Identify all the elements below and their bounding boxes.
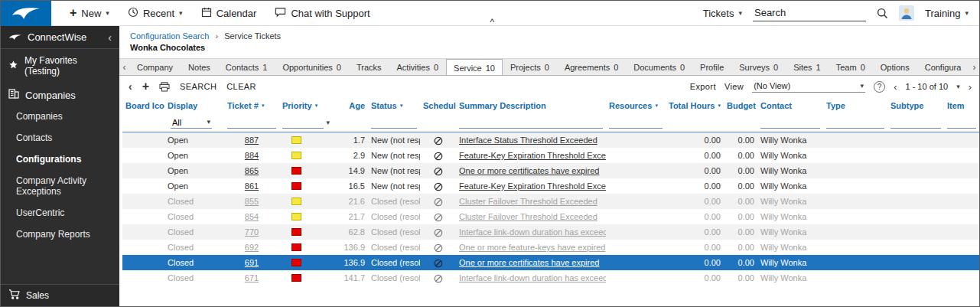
collapse-sidebar-icon[interactable]: ‹ [108,31,112,44]
global-search-input[interactable] [753,5,866,21]
sidebar-item-my-favorites[interactable]: My Favorites (Testing) [1,49,119,83]
column-header-age[interactable]: Age [333,101,368,110]
tab-surveys[interactable]: Surveys0 [731,59,786,75]
schedule-icon[interactable] [434,243,443,253]
tickets-menu-button[interactable]: Tickets ▾ [703,8,742,19]
tab-activities[interactable]: Activities0 [389,59,447,75]
sidebar-item-sales[interactable]: Sales [1,284,119,306]
schedule-icon[interactable] [434,274,443,283]
column-header-budget[interactable]: Budget [724,101,757,110]
schedule-icon[interactable] [434,182,443,191]
calendar-button[interactable]: Calendar [201,7,257,20]
schedule-icon[interactable] [434,213,443,222]
column-header-schedule[interactable]: Schedule▼ [420,101,456,110]
ticket-link[interactable]: 692 [245,243,259,252]
summary-link[interactable]: One or more certificates have expired [459,166,599,175]
sidebar-item-contacts[interactable]: Contacts [1,127,119,149]
ticket-link[interactable]: 884 [245,151,259,160]
export-button[interactable]: Export [690,82,716,91]
tab-scroll-right-icon[interactable]: › [969,59,979,75]
summary-link[interactable]: One or more feature-keys have expired [459,243,605,252]
sidebar-item-configurations[interactable]: Configurations [1,149,119,170]
filter-type-input[interactable] [826,117,884,129]
tab-scroll-left-icon[interactable]: ‹ [119,59,129,75]
filter-sort-icon[interactable]: ▼ [717,103,721,108]
tab-company[interactable]: Company [129,59,181,75]
ticket-link[interactable]: 691 [245,258,259,267]
tab-configura[interactable]: Configura [917,59,969,75]
table-row[interactable]: Closed691136.9Closed (resolv...One or mo… [122,255,979,270]
column-header-hours[interactable]: Total Hours▼ [666,101,724,110]
sidebar-item-usercentric[interactable]: UserCentric [1,202,119,224]
filter-summary-input[interactable] [459,117,603,129]
sidebar-item-companies[interactable]: Companies [1,106,119,127]
tab-team[interactable]: Team0 [829,59,873,75]
tab-profile[interactable]: Profile [692,59,731,75]
table-row[interactable]: Closed85521.6Closed (resolv...Cluster Fa… [122,194,979,209]
print-icon[interactable] [159,82,170,92]
filter-ticket-input[interactable] [227,117,276,129]
column-header-board[interactable]: Board Icon [122,101,164,110]
tab-sites[interactable]: Sites1 [786,59,829,75]
breadcrumb-parent-link[interactable]: Configuration Search [130,31,209,41]
filter-sort-icon[interactable]: ▼ [261,103,265,108]
schedule-icon[interactable] [434,198,443,207]
table-row[interactable]: Open8842.9New (not resp...Feature-Key Ex… [122,148,979,163]
ticket-link[interactable]: 854 [245,212,259,221]
chat-with-support-button[interactable]: Chat with Support [275,7,370,20]
summary-link[interactable]: Feature-Key Expiration Threshold Exceede… [459,151,606,160]
filter-item-input[interactable] [947,117,976,129]
table-row[interactable]: Open86116.5New (not resp...Feature-Key E… [122,178,979,194]
connectwise-logo[interactable] [1,1,51,26]
ticket-link[interactable]: 770 [245,227,259,237]
summary-link[interactable]: Cluster Failover Threshold Exceeded [459,212,597,221]
tab-documents[interactable]: Documents0 [626,59,692,75]
page-size-chevron-down-icon[interactable]: ▾ [956,83,960,90]
schedule-icon[interactable] [434,136,443,145]
column-header-subtype[interactable]: Subtype [887,101,944,110]
tab-notes[interactable]: Notes [181,59,218,75]
ticket-link[interactable]: 855 [245,197,259,206]
chevron-down-icon[interactable]: ▾ [326,119,330,126]
table-row[interactable]: Open8871.7New (not resp...Interface Stat… [122,132,979,148]
summary-link[interactable]: Feature-Key Expiration Threshold Exceede… [459,181,606,191]
sidebar-item-company-activity-exceptions[interactable]: Company Activity Exceptions [1,170,119,202]
tab-opportunities[interactable]: Opportunities0 [275,59,349,75]
summary-link[interactable]: Interface Status Threshold Exceeded [459,136,597,145]
ticket-link[interactable]: 861 [245,181,259,191]
schedule-icon[interactable] [434,259,443,268]
ticket-link[interactable]: 671 [245,273,259,283]
sidebar-brand[interactable]: ConnectWise ‹ [1,26,119,49]
column-header-display[interactable]: Display [164,101,224,110]
sidebar-section-companies[interactable]: Companies [1,83,119,106]
table-row[interactable]: Closed692136.9Closed (resolv...One or mo… [122,240,979,255]
tab-options[interactable]: Options [873,59,917,75]
column-header-priority[interactable]: Priority▼ [279,101,333,110]
column-header-resources[interactable]: Resources▼ [606,101,666,110]
tab-projects[interactable]: Projects0 [503,59,557,75]
tab-service[interactable]: Service10 [446,59,503,75]
summary-link[interactable]: One or more certificates have expired [459,258,599,267]
recent-menu-button[interactable]: Recent ▾ [128,7,183,20]
table-row[interactable]: Open86514.9New (not resp...One or more c… [122,163,979,178]
column-header-type[interactable]: Type [823,101,887,110]
sidebar-item-company-reports[interactable]: Company Reports [1,224,119,245]
filter-sort-icon[interactable]: ▼ [399,103,404,108]
column-header-item[interactable]: Item [944,101,979,110]
search-button[interactable]: SEARCH [180,82,217,91]
user-menu-button[interactable]: Training ▾ [925,8,969,19]
filter-subtype-input[interactable] [890,117,941,129]
search-icon[interactable] [877,8,888,19]
ticket-link[interactable]: 865 [245,166,259,175]
summary-link[interactable]: Cluster Failover Threshold Exceeded [459,197,597,206]
view-select[interactable]: (No View) ▾ [752,80,865,93]
table-row[interactable]: Closed77062.8Closed (resolv...Interface … [122,224,979,240]
summary-link[interactable]: Interface link-down duration has exceede… [459,227,606,237]
collapse-topbar-caret-icon[interactable]: ^ [490,17,495,28]
tab-contacts[interactable]: Contacts1 [218,59,275,75]
filter-status-input[interactable] [371,117,417,129]
add-record-icon[interactable]: + [142,80,149,93]
filter-sort-icon[interactable]: ▼ [654,103,659,108]
filter-contact-input[interactable] [760,117,820,129]
table-row[interactable]: Closed85421.7Closed (resolv...Cluster Fa… [122,209,979,224]
